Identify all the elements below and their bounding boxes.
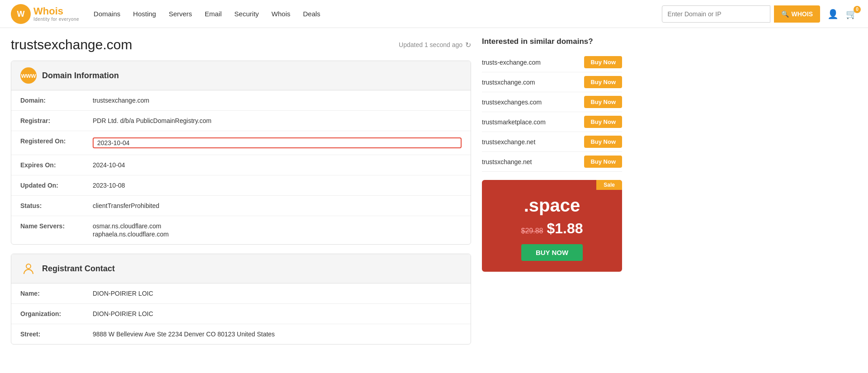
domain-info-title: Domain Information [42,71,119,80]
registrant-header: Registrant Contact [11,254,471,283]
refresh-icon[interactable]: ↻ [465,41,471,49]
updated-area: Updated 1 second ago ↻ [399,41,471,49]
field-label-street: Street: [20,331,93,338]
field-value-street: 9888 W Belleview Ave Ste 2234 Denver CO … [93,331,462,338]
domain-info-card: www Domain Information Domain: trustsexc… [11,61,471,245]
nav-link-security[interactable]: Security [234,10,259,18]
buy-now-button-1[interactable]: Buy Now [584,76,622,88]
field-value-domain: trustsexchange.com [93,97,462,104]
field-value-name: DION-POIRIER LOIC [93,290,462,297]
logo-whois-text: Whois [33,6,79,17]
field-value-org: DION-POIRIER LOIC [93,310,462,317]
field-value-name-servers: osmar.ns.cloudflare.com raphaela.ns.clou… [93,222,462,238]
sale-tld: .space [491,195,613,216]
main-container: trustsexchange.com Updated 1 second ago … [0,28,633,363]
field-value-expires-on: 2024-10-04 [93,161,462,169]
sale-new-price: $1.88 [547,220,583,237]
similar-domain-name: trustsmarketplace.com [482,118,546,126]
field-value-registered-on: 2023-10-04 [93,137,462,148]
search-area: 🔍 WHOIS [662,5,820,23]
field-label-registered-on: Registered On: [20,137,93,145]
table-row: Expires On: 2024-10-04 [11,155,471,175]
table-row: Updated On: 2023-10-08 [11,175,471,196]
table-row: Registrar: PDR Ltd. d/b/a PublicDomainRe… [11,111,471,131]
similar-domain-row: trustsxchange.net Buy Now [482,152,622,172]
field-value-registrar: PDR Ltd. d/b/a PublicDomainRegistry.com [93,117,462,124]
registrant-card: Registrant Contact Name: DION-POIRIER LO… [11,254,471,345]
field-label-status: Status: [20,202,93,209]
table-row: Street: 9888 W Belleview Ave Ste 2234 De… [11,324,471,344]
field-value-updated-on: 2023-10-08 [93,182,462,189]
registrant-title: Registrant Contact [42,264,115,274]
similar-domain-row: trustsmarketplace.com Buy Now [482,112,622,132]
field-label-domain: Domain: [20,97,93,104]
similar-domain-name: trustsexchanges.com [482,99,542,106]
similar-title: Interested in similar domains? [482,37,622,46]
nav-icons: 👤 🛒 0 [827,9,857,19]
nav-link-email[interactable]: Email [205,10,222,18]
field-value-status: clientTransferProhibited [93,202,462,209]
buy-now-button-5[interactable]: Buy Now [584,156,622,168]
nav-links: Domains Hosting Servers Email Security W… [94,10,661,18]
table-row: Registered On: 2023-10-04 [11,131,471,155]
search-icon: 🔍 [781,10,789,18]
nav-link-domains[interactable]: Domains [94,10,120,18]
field-label-name-servers: Name Servers: [20,222,93,230]
similar-domain-name: trustsxchange.com [482,79,535,86]
cart-badge: 0 [854,6,861,13]
logo-sub-text: Identity for everyone [33,17,79,22]
sale-badge: Sale [596,180,622,190]
similar-domain-row: trusts-exchange.com Buy Now [482,52,622,72]
updated-text: Updated 1 second ago [399,41,462,48]
logo-icon: W [11,4,31,24]
table-row: Name: DION-POIRIER LOIC [11,283,471,304]
buy-now-button-3[interactable]: Buy Now [584,116,622,128]
buy-now-button-4[interactable]: Buy Now [584,136,622,148]
table-row: Domain: trustsexchange.com [11,90,471,111]
nav-link-hosting[interactable]: Hosting [133,10,156,18]
field-label-updated-on: Updated On: [20,182,93,189]
similar-domain-name: trusts-exchange.com [482,59,541,66]
domain-info-icon: www [20,67,37,84]
svg-text:W: W [17,9,25,19]
table-row: Organization: DION-POIRIER LOIC [11,304,471,324]
registrant-icon [20,260,37,277]
similar-domain-name: trustsexchange.net [482,138,535,146]
search-button[interactable]: 🔍 WHOIS [774,5,820,23]
similar-domain-row: trustsxchange.com Buy Now [482,72,622,92]
user-button[interactable]: 👤 [827,9,839,19]
navbar: W Whois Identity for everyone Domains Ho… [0,0,868,28]
domain-header: trustsexchange.com Updated 1 second ago … [11,37,471,52]
domain-title: trustsexchange.com [11,37,132,52]
field-label-name: Name: [20,290,93,297]
sale-price-area: $29.88 $1.88 [491,220,613,237]
svg-point-2 [26,264,31,269]
field-label-org: Organization: [20,310,93,317]
cart-button[interactable]: 🛒 0 [846,9,857,19]
field-label-registrar: Registrar: [20,117,93,124]
left-panel: trustsexchange.com Updated 1 second ago … [11,37,471,354]
search-btn-label: WHOIS [792,10,813,18]
similar-domain-name: trustsxchange.net [482,158,532,165]
user-icon: 👤 [827,9,839,19]
similar-domain-row: trustsexchange.net Buy Now [482,132,622,152]
sale-old-price: $29.88 [521,227,543,235]
nav-link-deals[interactable]: Deals [303,10,320,18]
logo-link[interactable]: W Whois Identity for everyone [11,4,79,24]
field-label-expires-on: Expires On: [20,161,93,169]
nav-link-whois[interactable]: Whois [272,10,291,18]
similar-domain-row: trustsexchanges.com Buy Now [482,92,622,112]
sale-banner: Sale .space $29.88 $1.88 BUY NOW [482,180,622,272]
search-input[interactable] [662,5,770,23]
buy-now-button-2[interactable]: Buy Now [584,96,622,108]
right-panel: Interested in similar domains? trusts-ex… [482,37,622,354]
table-row: Status: clientTransferProhibited [11,196,471,216]
table-row: Name Servers: osmar.ns.cloudflare.com ra… [11,216,471,244]
buy-now-button-0[interactable]: Buy Now [584,56,622,68]
domain-info-header: www Domain Information [11,61,471,90]
nav-link-servers[interactable]: Servers [169,10,192,18]
sale-buy-button[interactable]: BUY NOW [521,244,583,261]
